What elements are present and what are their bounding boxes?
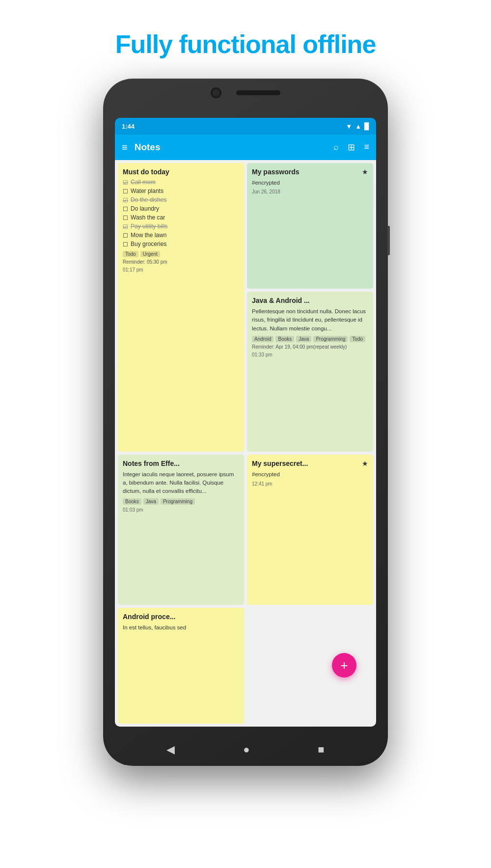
layout-icon[interactable]: ⊞: [348, 142, 355, 153]
note-tags-must-do: Todo Urgent: [123, 251, 239, 257]
note-title-passwords: My passwords: [252, 168, 299, 176]
checkbox-4: ☐: [123, 215, 128, 221]
status-icons: ▼ ▲ ▉: [346, 123, 369, 130]
note-subtitle-passwords: #encrypted: [252, 179, 368, 187]
tag-urgent: Urgent: [140, 251, 160, 257]
checklist-item-1: ☐ Water plants: [123, 188, 239, 195]
checkbox-7: ☐: [123, 241, 128, 248]
note-body-effe: Integer iaculis neque laoreet, posuere i…: [123, 470, 239, 496]
note-time-effe: 01:03 pm: [123, 507, 239, 513]
app-bar: ≡ Notes ⌕ ⊞ ≡: [115, 135, 376, 160]
note-time-java: 01:33 pm: [252, 352, 368, 357]
checklist-text-1: Water plants: [131, 188, 164, 194]
phone-top-area: [103, 87, 388, 98]
note-body-android: In est tellus, faucibus sed: [123, 624, 239, 632]
note-date-passwords: Jun 26, 2018: [252, 189, 368, 194]
status-bar: 1:44 ▼ ▲ ▉: [115, 118, 376, 135]
phone-mockup: 1:44 ▼ ▲ ▉ ≡ Notes ⌕ ⊞ ≡: [103, 79, 388, 766]
nav-back-button[interactable]: ◀: [166, 743, 175, 756]
note-title-java: Java & Android ...: [252, 297, 368, 304]
speaker: [236, 90, 280, 95]
checklist-item-7: ☐ Buy groceries: [123, 241, 239, 248]
side-button: [387, 226, 390, 255]
filter-icon[interactable]: ≡: [364, 142, 369, 153]
tag-programming-effe: Programming: [161, 498, 195, 505]
star-icon-passwords: ★: [362, 168, 368, 176]
battery-icon: ▉: [364, 123, 369, 130]
note-my-passwords[interactable]: My passwords ★ #encrypted Jun 26, 2018: [247, 163, 373, 289]
note-header-supersecret: My supersecret... ★: [252, 460, 368, 470]
note-notes-from-effe[interactable]: Notes from Effe... Integer iaculis neque…: [118, 455, 244, 605]
tag-books-effe: Books: [123, 498, 141, 505]
note-title-must-do: Must do today: [123, 168, 239, 176]
tag-programming: Programming: [313, 336, 348, 342]
tag-android: Android: [252, 336, 273, 342]
note-android-proce[interactable]: Android proce... In est tellus, faucibus…: [118, 608, 244, 724]
checkbox-1: ☐: [123, 188, 128, 195]
checkbox-0: ☑: [123, 179, 128, 186]
star-icon-supersecret: ★: [362, 460, 368, 467]
hamburger-icon[interactable]: ≡: [122, 142, 128, 153]
app-bar-actions: ⌕ ⊞ ≡: [333, 142, 369, 153]
page-headline: Fully functional offline: [115, 29, 376, 59]
notes-grid: Must do today ☑ Call mom ☐ Water plants …: [115, 160, 376, 727]
checklist-item-0: ☑ Call mom: [123, 179, 239, 186]
search-icon[interactable]: ⌕: [333, 142, 339, 153]
note-title-supersecret: My supersecret...: [252, 460, 308, 467]
phone-nav-bar: ◀ ● ■: [103, 743, 388, 756]
checklist-item-4: ☐ Wash the car: [123, 214, 239, 221]
note-reminder-java: Reminder: Apr 19, 04:00 pm(repeat weekly…: [252, 344, 368, 350]
note-time-must-do: 01:17 pm: [123, 267, 239, 272]
phone-body: 1:44 ▼ ▲ ▉ ≡ Notes ⌕ ⊞ ≡: [103, 79, 388, 766]
fab-add-button[interactable]: +: [332, 653, 356, 678]
checkbox-3: ☐: [123, 206, 128, 213]
checklist-text-5: Pay utility bills: [131, 223, 167, 230]
checklist-text-6: Mow the lawn: [131, 232, 166, 239]
checkbox-5: ☑: [123, 223, 128, 230]
status-time: 1:44: [122, 123, 135, 130]
note-header-passwords: My passwords ★: [252, 168, 368, 179]
note-tags-effe: Books Java Programming: [123, 498, 239, 505]
checklist-text-4: Wash the car: [131, 214, 165, 221]
checkbox-2: ☑: [123, 197, 128, 204]
tag-java: Java: [296, 336, 311, 342]
wifi-icon: ▼: [346, 123, 352, 130]
note-title-android: Android proce...: [123, 613, 239, 621]
checklist-text-3: Do laundry: [131, 205, 159, 212]
note-reminder-must-do: Reminder: 05:30 pm: [123, 259, 239, 265]
checklist-text-2: Do the dishes: [131, 196, 166, 203]
checklist-item-5: ☑ Pay utility bills: [123, 223, 239, 230]
note-subtitle-supersecret: #encrypted: [252, 470, 368, 479]
tag-todo: Todo: [123, 251, 138, 257]
checkbox-6: ☐: [123, 232, 128, 239]
note-title-effe: Notes from Effe...: [123, 460, 239, 467]
note-my-supersecret[interactable]: My supersecret... ★ #encrypted 12:41 pm: [247, 455, 373, 605]
app-title: Notes: [135, 142, 327, 153]
checklist-item-3: ☐ Do laundry: [123, 205, 239, 213]
tag-java-effe: Java: [143, 498, 159, 505]
camera: [211, 87, 221, 98]
note-tags-java: Android Books Java Programming Todo: [252, 336, 368, 342]
checklist-item-6: ☐ Mow the lawn: [123, 232, 239, 239]
checklist-text-0: Call mom: [131, 179, 156, 186]
checklist-text-7: Buy groceries: [131, 241, 166, 247]
checklist-item-2: ☑ Do the dishes: [123, 196, 239, 204]
note-time-supersecret: 12:41 pm: [252, 481, 368, 487]
nav-recents-button[interactable]: ■: [318, 743, 324, 756]
note-must-do-today[interactable]: Must do today ☑ Call mom ☐ Water plants …: [118, 163, 244, 452]
signal-icon: ▲: [355, 123, 361, 130]
tag-books: Books: [275, 336, 294, 342]
phone-screen: 1:44 ▼ ▲ ▉ ≡ Notes ⌕ ⊞ ≡: [115, 118, 376, 727]
nav-home-button[interactable]: ●: [243, 743, 249, 756]
tag-todo-java: Todo: [350, 336, 365, 342]
note-body-java: Pellentesque non tincidunt nulla. Donec …: [252, 307, 368, 333]
note-java-android[interactable]: Java & Android ... Pellentesque non tinc…: [247, 292, 373, 452]
